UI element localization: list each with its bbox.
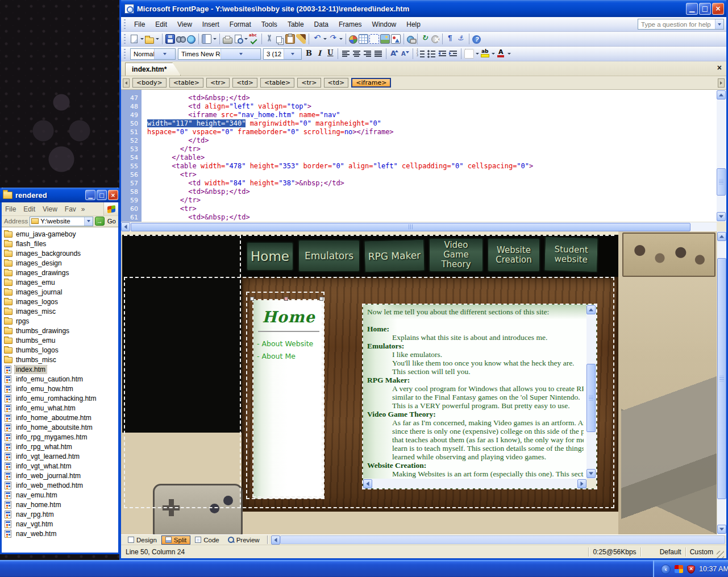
file-item[interactable]: index.htm <box>2 364 118 374</box>
print-icon[interactable] <box>223 38 232 44</box>
code-text[interactable]: <td align="left" valign="top"> <box>142 102 311 111</box>
taskbar[interactable]: ‹ 10:37 AM <box>0 560 728 577</box>
scroll-thumb[interactable] <box>131 223 690 231</box>
scroll-thumb[interactable] <box>717 168 726 196</box>
insert-layer-icon[interactable] <box>369 34 379 44</box>
scroll-left-icon[interactable] <box>363 479 372 488</box>
undo-icon[interactable] <box>312 34 322 44</box>
dropdown-arrow-icon[interactable] <box>506 49 511 59</box>
file-item[interactable]: info_emu_caution.htm <box>2 374 118 384</box>
folder-item[interactable]: thumbs_drawings <box>2 326 118 335</box>
menu-tools[interactable]: Tools <box>256 19 282 30</box>
tag-table[interactable]: <table> <box>169 78 203 88</box>
menu-help[interactable]: Help <box>401 19 426 30</box>
code-text[interactable]: width="117" height="340" marginwidth="0"… <box>142 119 381 128</box>
menu-insert[interactable]: Insert <box>197 19 224 30</box>
toolbar-grip[interactable] <box>124 49 127 59</box>
tag-scroll-right-icon[interactable] <box>718 78 725 88</box>
tag-iframe[interactable]: <iframe> <box>351 78 391 88</box>
file-item[interactable]: nav_web.htm <box>2 529 118 538</box>
view-tab-split[interactable]: Split <box>161 536 190 545</box>
view-tab-design[interactable]: Design <box>124 536 161 545</box>
tag-td[interactable]: <td> <box>324 78 349 88</box>
view-tab-code[interactable]: Code <box>191 536 223 545</box>
folder-item[interactable]: thumbs_emu <box>2 335 118 345</box>
file-item[interactable]: info_rpg_mygames.htm <box>2 432 118 442</box>
menu-frames[interactable]: Frames <box>334 19 367 30</box>
new-page-icon[interactable] <box>131 35 138 43</box>
justify-icon[interactable] <box>373 49 383 59</box>
scroll-down-icon[interactable] <box>586 469 596 478</box>
style-combo[interactable]: Normal <box>130 48 176 60</box>
menu-window[interactable]: Window <box>367 19 402 30</box>
tray-app-icon[interactable] <box>675 565 683 573</box>
folder-item[interactable]: images_backgrounds <box>2 248 118 258</box>
explorer-menu-fav[interactable]: Fav <box>65 205 76 213</box>
dropdown-arrow-icon[interactable] <box>475 49 480 59</box>
decrease-indent-icon[interactable] <box>438 49 447 59</box>
open-icon[interactable] <box>145 38 154 44</box>
tag-table[interactable]: <table> <box>260 78 294 88</box>
underline-icon[interactable] <box>325 49 335 59</box>
font-combo[interactable]: Times New Roman <box>178 48 261 60</box>
dropdown-arrow-icon[interactable] <box>155 34 160 44</box>
dropdown-arrow-icon[interactable] <box>212 34 217 44</box>
file-item[interactable]: info_emu_what.htm <box>2 403 118 413</box>
site-nav-tab-student-website[interactable]: Student website <box>543 236 599 273</box>
folder-item[interactable]: rpgs <box>2 316 118 326</box>
folder-item[interactable]: images_emu <box>2 277 118 287</box>
menu-overflow-chevron[interactable]: » <box>81 205 85 213</box>
format-painter-icon[interactable] <box>296 34 306 44</box>
scroll-left-icon[interactable] <box>121 222 130 231</box>
tag-scroll-left-icon[interactable] <box>123 78 130 88</box>
increase-indent-icon[interactable] <box>448 49 458 59</box>
maximize-button[interactable]: □ <box>699 3 711 15</box>
file-item[interactable]: nav_home.htm <box>2 500 118 509</box>
chevron-down-icon[interactable] <box>221 49 260 59</box>
content-horizontal-scrollbar[interactable] <box>363 479 586 488</box>
scroll-down-icon[interactable] <box>717 525 726 534</box>
align-right-icon[interactable] <box>363 49 372 59</box>
code-text[interactable]: <tr> <box>142 171 197 179</box>
sidebar-link[interactable]: - About Me <box>257 352 324 360</box>
menu-data[interactable]: Data <box>309 19 334 30</box>
explorer-menu-file[interactable]: File <box>5 205 16 213</box>
highlight-icon[interactable] <box>480 49 490 59</box>
scroll-up-icon[interactable] <box>717 232 726 241</box>
preview-icon[interactable] <box>235 35 242 43</box>
code-text[interactable]: hspace="0" vspace="0" frameborder="0" sc… <box>142 128 394 136</box>
document-tab[interactable]: index.htm* <box>125 63 181 76</box>
code-vertical-scrollbar[interactable] <box>717 90 726 222</box>
dropdown-arrow-icon[interactable] <box>139 34 144 44</box>
scroll-right-icon[interactable] <box>577 479 586 488</box>
font-size-combo[interactable]: 3 (12 pt) <box>263 48 302 60</box>
view-tab-preview[interactable]: Preview <box>224 536 264 545</box>
go-button[interactable]: → <box>95 217 105 226</box>
security-alert-icon[interactable] <box>687 565 695 574</box>
design-vertical-scrollbar[interactable] <box>717 231 726 534</box>
chevron-down-icon[interactable] <box>715 19 723 29</box>
hyperlink-icon[interactable] <box>407 36 414 43</box>
folder-item[interactable]: images_logos <box>2 297 118 306</box>
menu-format[interactable]: Format <box>224 19 256 30</box>
dropdown-arrow-icon[interactable] <box>322 34 327 44</box>
file-item[interactable]: info_rpg_what.htm <box>2 442 118 451</box>
file-item[interactable]: info_web_method.htm <box>2 480 118 490</box>
selection-handle[interactable] <box>319 297 323 301</box>
chevron-down-icon[interactable] <box>284 49 301 59</box>
sidebar-link[interactable]: - About Website <box>257 339 324 348</box>
selection-handle[interactable] <box>284 297 288 301</box>
file-item[interactable]: info_vgt_what.htm <box>2 461 118 471</box>
content-iframe-preview[interactable]: Now let me tell you about the different … <box>363 304 597 489</box>
close-button[interactable]: × <box>108 190 118 200</box>
grow-font-icon[interactable] <box>389 49 399 59</box>
shrink-font-icon[interactable] <box>400 49 410 59</box>
code-pane[interactable]: 47 <td>&nbsp;</td>48 <td align="left" va… <box>121 90 717 222</box>
toggle-pane-icon[interactable] <box>202 34 211 44</box>
close-document-icon[interactable]: × <box>717 64 722 72</box>
help-icon[interactable] <box>472 35 481 44</box>
frontpage-titlebar[interactable]: Microsoft FrontPage - Y:\websites\hobby … <box>121 0 726 17</box>
tag-td[interactable]: <td> <box>232 78 257 88</box>
address-input[interactable]: Y:\website <box>30 217 93 226</box>
insert-picture-icon[interactable] <box>380 34 390 44</box>
